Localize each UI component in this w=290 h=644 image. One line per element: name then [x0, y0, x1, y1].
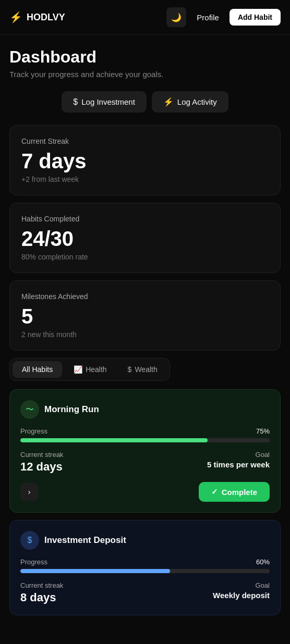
- goal-value-morning-run: 5 times per week: [207, 460, 270, 469]
- milestones-card: Milestones Achieved 5 2 new this month: [9, 280, 281, 351]
- progress-fill-investment: [20, 569, 170, 573]
- progress-text-morning-run: Progress: [20, 427, 47, 435]
- progress-fill-morning-run: [20, 438, 208, 442]
- complete-button-morning-run[interactable]: ✓ Complete: [199, 482, 270, 502]
- tab-all-habits[interactable]: All Habits: [13, 361, 62, 378]
- chevron-right-icon: ›: [28, 488, 31, 496]
- progress-pct-investment: 60%: [256, 558, 270, 566]
- log-investment-button[interactable]: $ Log Investment: [62, 91, 146, 113]
- goal-label-morning-run: Goal: [207, 451, 270, 459]
- log-activity-button[interactable]: ⚡ Log Activity: [152, 91, 228, 113]
- goal-label-investment: Goal: [213, 581, 270, 589]
- header: ⚡ HODLVY 🌙 Profile Add Habit: [0, 0, 290, 35]
- wealth-tab-icon: $: [128, 365, 132, 374]
- milestones-value: 5: [21, 305, 269, 328]
- tab-wealth[interactable]: $ Wealth: [118, 361, 167, 378]
- habit-actions-morning-run: › ✓ Complete: [20, 482, 270, 502]
- logo-icon: ⚡: [9, 11, 22, 23]
- health-tab-label: Health: [86, 365, 106, 374]
- log-activity-label: Log Activity: [177, 97, 217, 106]
- complete-label-morning-run: Complete: [222, 488, 257, 497]
- streak-value: 7 days: [21, 150, 269, 172]
- habits-label: Habits Completed: [21, 215, 269, 223]
- habits-sub: 80% completion rate: [21, 253, 269, 261]
- habit-header-investment: $ Investment Deposit: [20, 531, 270, 550]
- check-icon-morning-run: ✓: [211, 487, 218, 497]
- streak-value-morning-run: 12 days: [20, 460, 63, 474]
- habit-icon-morning-run: 〜: [20, 400, 39, 419]
- page-title: Dashboard: [9, 47, 281, 67]
- streak-block-morning-run: Current streak 12 days: [20, 451, 63, 474]
- log-investment-label: Log Investment: [81, 97, 135, 106]
- activity-wave-icon: 〜: [26, 404, 34, 415]
- profile-button[interactable]: Profile: [191, 10, 224, 25]
- habits-card: Habits Completed 24/30 80% completion ra…: [9, 203, 281, 273]
- streak-value-investment: 8 days: [20, 591, 63, 604]
- habit-name-investment: Investment Deposit: [44, 535, 126, 546]
- milestones-label: Milestones Achieved: [21, 292, 269, 301]
- habit-meta-investment: Current streak 8 days Goal Weekly deposi…: [20, 581, 270, 604]
- habit-header-morning-run: 〜 Morning Run: [20, 400, 270, 419]
- health-tab-icon: 📈: [74, 365, 82, 374]
- streak-label-investment: Current streak: [20, 581, 63, 589]
- habit-icon-investment: $: [20, 531, 39, 550]
- habit-tabs: All Habits 📈 Health $ Wealth: [9, 358, 170, 381]
- progress-row-morning-run: Progress 75%: [20, 427, 270, 435]
- habits-value: 24/30: [21, 227, 269, 250]
- main-content: Dashboard Track your progress and achiev…: [0, 35, 290, 635]
- moon-icon: 🌙: [171, 13, 182, 22]
- action-buttons: $ Log Investment ⚡ Log Activity: [9, 91, 281, 113]
- dollar-circle-icon: $: [28, 536, 32, 545]
- milestones-sub: 2 new this month: [21, 330, 269, 339]
- progress-pct-morning-run: 75%: [256, 427, 270, 435]
- goal-block-morning-run: Goal 5 times per week: [207, 451, 270, 469]
- habit-card-morning-run: 〜 Morning Run Progress 75% Current strea…: [9, 389, 281, 513]
- add-habit-button[interactable]: Add Habit: [229, 9, 281, 26]
- wealth-tab-label: Wealth: [135, 365, 157, 374]
- expand-button-morning-run[interactable]: ›: [20, 483, 38, 501]
- progress-track-morning-run: [20, 438, 270, 442]
- streak-label: Current Streak: [21, 137, 269, 145]
- habit-name-morning-run: Morning Run: [44, 404, 99, 415]
- habit-card-investment: $ Investment Deposit Progress 60% Curren…: [9, 520, 281, 615]
- progress-row-investment: Progress 60%: [20, 558, 270, 566]
- habit-meta-morning-run: Current streak 12 days Goal 5 times per …: [20, 451, 270, 474]
- goal-block-investment: Goal Weekly deposit: [213, 581, 270, 600]
- streak-card: Current Streak 7 days +2 from last week: [9, 125, 281, 195]
- dollar-icon: $: [73, 97, 78, 107]
- streak-sub: +2 from last week: [21, 175, 269, 183]
- logo-text: HODLVY: [27, 12, 65, 23]
- tab-health[interactable]: 📈 Health: [64, 361, 116, 378]
- progress-text-investment: Progress: [20, 558, 47, 566]
- logo: ⚡ HODLVY: [9, 11, 65, 23]
- progress-track-investment: [20, 569, 270, 573]
- streak-label-morning-run: Current streak: [20, 451, 63, 459]
- page-subtitle: Track your progress and achieve your goa…: [9, 70, 281, 79]
- header-right: 🌙 Profile Add Habit: [166, 7, 281, 27]
- theme-toggle-button[interactable]: 🌙: [166, 7, 186, 27]
- streak-block-investment: Current streak 8 days: [20, 581, 63, 604]
- activity-icon: ⚡: [163, 97, 174, 107]
- goal-value-investment: Weekly deposit: [213, 591, 270, 600]
